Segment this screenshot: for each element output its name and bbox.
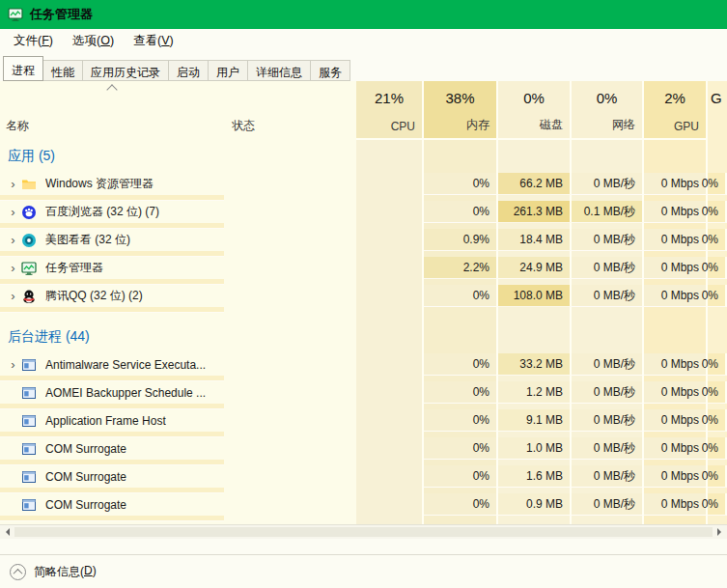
process-group-header[interactable]: 应用 (5) — [0, 140, 727, 173]
cpu-column-label: CPU — [363, 120, 415, 133]
process-name: 百度浏览器 (32 位) (7) — [45, 204, 159, 220]
column-header-status[interactable]: 状态 — [224, 81, 356, 140]
titlebar[interactable]: 任务管理器 — [0, 0, 727, 29]
collapse-circle-icon — [10, 564, 26, 580]
column-header-disk[interactable]: 0% 磁盘 — [498, 81, 572, 140]
process-status-cell — [356, 353, 424, 376]
process-row[interactable]: › Windows 资源管理器 0% 66.2 MB 0 MB/秒 0 Mbps… — [0, 173, 727, 201]
scroll-left-icon — [2, 528, 10, 536]
expand-chevron-icon[interactable]: › — [5, 178, 21, 190]
tab-services[interactable]: 服务 — [310, 60, 350, 81]
tab-users[interactable]: 用户 — [208, 60, 248, 81]
process-name-cell: › COM Surrogate — [0, 493, 356, 516]
process-name: COM Surrogate — [45, 470, 126, 484]
network-value-cell: 0 Mbps — [644, 201, 708, 223]
process-row[interactable]: › 腾讯QQ (32 位) (2) 0% 108.0 MB 0 MB/秒 0 M… — [0, 285, 727, 313]
process-status-cell — [356, 173, 424, 195]
tab-details[interactable]: 详细信息 — [247, 60, 311, 81]
cpu-value-cell: 0.9% — [424, 229, 498, 251]
expand-chevron-icon[interactable]: › — [5, 290, 21, 302]
expand-chevron-icon[interactable]: › — [5, 262, 21, 274]
disk-value-cell: 0.1 MB/秒 — [572, 201, 644, 223]
network-value-cell: 0 Mbps — [644, 285, 708, 307]
disk-value-cell: 0 MB/秒 — [572, 409, 644, 432]
scrollbar-thumb[interactable] — [14, 527, 713, 537]
process-name: AOMEI Backupper Schedule ... — [45, 386, 206, 400]
column-header-gpu[interactable]: 2% GPU — [644, 81, 708, 140]
generic-icon — [21, 469, 37, 485]
task-manager-icon — [8, 7, 23, 22]
menu-options[interactable]: 选项(O) — [63, 30, 124, 52]
gpu-value-cell: 0% — [708, 257, 727, 279]
process-row[interactable]: › Antimalware Service Executa... 0% 33.2… — [0, 353, 727, 381]
process-row[interactable]: › AOMEI Backupper Schedule ... 0% 1.2 MB… — [0, 381, 727, 409]
cpu-value-cell: 0% — [424, 465, 498, 488]
scroll-right-icon — [717, 528, 725, 536]
process-status-cell — [356, 437, 424, 460]
fewer-details-button[interactable]: 简略信息(D) — [10, 564, 97, 580]
network-value-cell: 0 Mbps — [644, 409, 708, 432]
process-name-cell: › Antimalware Service Executa... — [0, 353, 356, 376]
gpu-value-cell: 0% — [708, 201, 727, 223]
gpu-value-cell: 0% — [708, 437, 727, 460]
scroll-right-button[interactable] — [713, 525, 727, 539]
process-row[interactable]: › Application Frame Host 0% 9.1 MB 0 MB/… — [0, 409, 727, 437]
column-header-name[interactable]: 名称 — [0, 81, 224, 140]
cpu-value-cell: 0% — [424, 437, 498, 460]
name-column-label: 名称 — [6, 118, 29, 134]
footerbar: 简略信息(D) — [0, 554, 727, 588]
process-name-cell: › COM Surrogate — [0, 465, 356, 488]
horizontal-scrollbar[interactable] — [0, 524, 727, 539]
tab-performance[interactable]: 性能 — [42, 60, 83, 81]
window-title: 任务管理器 — [30, 6, 93, 23]
process-name: 美图看看 (32 位) — [45, 232, 130, 248]
gpu-value-cell: 0% — [708, 229, 727, 251]
network-value-cell: 0 Mbps — [644, 353, 708, 376]
process-group-header[interactable]: 后台进程 (44) — [0, 321, 727, 353]
gpu-value-cell: 0% — [708, 285, 727, 307]
cpu-value-cell: 0% — [424, 381, 498, 404]
disk-value-cell: 0 MB/秒 — [572, 465, 644, 488]
process-row[interactable]: › 任务管理器 2.2% 24.9 MB 0 MB/秒 0 Mbps 0% — [0, 257, 727, 285]
process-row[interactable]: › 百度浏览器 (32 位) (7) 0% 261.3 MB 0.1 MB/秒 … — [0, 201, 727, 229]
fewer-details-label: 简略信息(D) — [34, 564, 97, 580]
network-value-cell: 0 Mbps — [644, 229, 708, 251]
menubar: 文件(F) 选项(O) 查看(V) — [0, 29, 727, 53]
status-column-label: 状态 — [232, 118, 255, 134]
process-name-cell: › 任务管理器 — [0, 257, 356, 279]
tab-app-history[interactable]: 应用历史记录 — [82, 60, 169, 81]
process-row[interactable]: › COM Surrogate 0% 0.9 MB 0 MB/秒 0 Mbps … — [0, 493, 727, 521]
scroll-left-button[interactable] — [0, 525, 14, 539]
column-header-cpu[interactable]: 21% CPU — [356, 81, 424, 140]
qq-icon — [21, 289, 37, 304]
process-name: COM Surrogate — [45, 498, 126, 512]
network-value-cell: 0 Mbps — [644, 465, 708, 488]
memory-value-cell: 261.3 MB — [498, 201, 572, 223]
column-header-memory[interactable]: 38% 内存 — [424, 81, 498, 140]
menu-view[interactable]: 查看(V) — [124, 30, 183, 52]
expand-chevron-icon[interactable]: › — [5, 358, 21, 371]
memory-value-cell: 33.2 MB — [498, 353, 572, 376]
column-header-network[interactable]: 0% 网络 — [572, 81, 644, 140]
table-header: 名称 状态 21% CPU 38% 内存 0% 磁盘 0% 网络 2% GPU … — [0, 81, 727, 140]
menu-file[interactable]: 文件(F) — [4, 30, 63, 52]
disk-value-cell: 0 MB/秒 — [572, 493, 644, 516]
process-row[interactable]: › COM Surrogate 0% 1.0 MB 0 MB/秒 0 Mbps … — [0, 437, 727, 465]
process-row[interactable]: › COM Surrogate 0% 1.6 MB 0 MB/秒 0 Mbps … — [0, 465, 727, 493]
expand-chevron-icon[interactable]: › — [5, 234, 21, 246]
process-name-cell: › 腾讯QQ (32 位) (2) — [0, 285, 356, 307]
meitu-icon — [21, 233, 37, 248]
memory-value-cell: 66.2 MB — [498, 173, 572, 195]
process-status-cell — [356, 493, 424, 516]
tab-processes[interactable]: 进程 — [3, 56, 43, 81]
tab-startup[interactable]: 启动 — [168, 60, 209, 81]
process-name-cell: › Application Frame Host — [0, 409, 356, 432]
expand-chevron-icon[interactable]: › — [5, 206, 21, 218]
column-header-overflow[interactable]: G — [708, 81, 727, 140]
memory-value-cell: 108.0 MB — [498, 285, 572, 307]
taskmgr-icon — [21, 261, 37, 276]
process-row[interactable]: › 美图看看 (32 位) 0.9% 18.4 MB 0 MB/秒 0 Mbps… — [0, 229, 727, 257]
cpu-value-cell: 0% — [424, 173, 498, 195]
disk-value-cell: 0 MB/秒 — [572, 381, 644, 404]
process-list: 应用 (5) › Windows 资源管理器 0% 66.2 MB 0 MB/秒… — [0, 140, 727, 524]
